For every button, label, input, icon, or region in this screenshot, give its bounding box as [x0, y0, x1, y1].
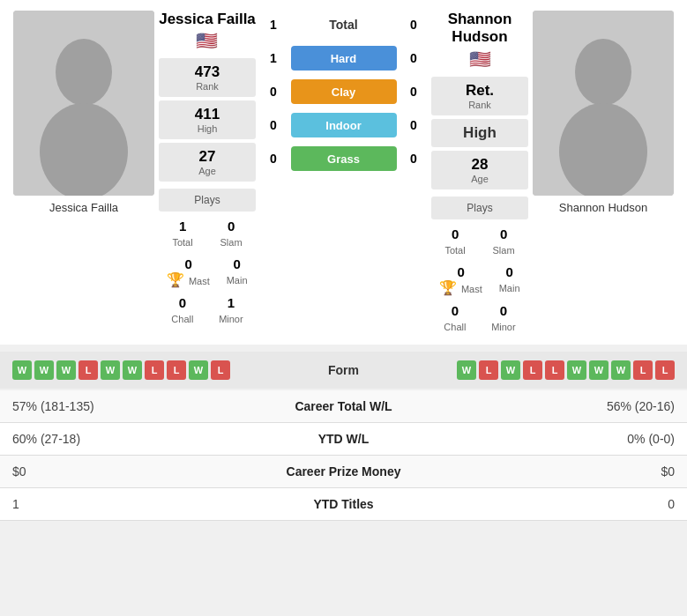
- form-badge-left: L: [211, 360, 230, 380]
- right-age-label: Age: [440, 174, 519, 184]
- right-age-box: 28 Age: [431, 151, 528, 189]
- form-badge-right: W: [589, 360, 609, 380]
- form-badge-left: W: [101, 360, 120, 380]
- right-total-value: 0: [444, 226, 465, 241]
- left-player-header-name: Jessica Failla: [159, 11, 256, 28]
- stat-label-1: YTD W/L: [227, 422, 460, 455]
- left-chall-stat: 0 Chall: [171, 295, 193, 326]
- right-chall-label: Chall: [444, 322, 466, 332]
- form-badge-right: W: [611, 360, 631, 380]
- right-plays-box: Plays: [431, 197, 528, 219]
- hard-score-left: 1: [265, 51, 282, 65]
- grass-row: 0 Grass 0: [265, 145, 422, 173]
- total-score-right: 0: [405, 18, 422, 32]
- svg-point-4: [575, 39, 631, 106]
- right-mast-value: 0: [439, 264, 482, 279]
- svg-point-2: [40, 103, 128, 196]
- form-badge-right: W: [457, 360, 476, 380]
- form-badge-right: W: [567, 360, 586, 380]
- right-rank-label: Rank: [440, 100, 519, 110]
- stats-row: $0 Career Prize Money $0: [0, 455, 687, 487]
- form-badge-left: W: [12, 360, 32, 380]
- left-rank-label: Rank: [168, 81, 247, 92]
- left-age-label: Age: [168, 166, 247, 176]
- right-plays-label: Plays: [440, 202, 519, 214]
- right-mast-stat: 0 🏆 Mast: [439, 264, 482, 296]
- left-main-label: Main: [227, 275, 248, 286]
- stat-left-1: 60% (27-18): [0, 422, 227, 455]
- indoor-score-right: 0: [405, 118, 422, 132]
- left-high-box: 411 High: [159, 100, 256, 139]
- left-total-stat: 1 Total: [172, 219, 192, 249]
- left-minor-stat: 1 Minor: [219, 295, 243, 326]
- hard-row: 1 Hard 0: [265, 44, 422, 72]
- left-trophy-icon: 🏆: [167, 272, 184, 287]
- left-stats-col: Jessica Failla 🇺🇸 473 Rank 411 High 27 A…: [159, 11, 256, 326]
- left-slam-label: Slam: [220, 237, 243, 248]
- top-section: Jessica Failla Jessica Failla 🇺🇸 473 Ran…: [0, 0, 687, 345]
- grass-score-right: 0: [405, 152, 422, 166]
- left-total-label: Total: [172, 237, 192, 248]
- right-high-value: High: [440, 124, 519, 142]
- right-main-stat: 0 Main: [499, 264, 520, 296]
- stat-label-2: Career Prize Money: [227, 455, 460, 487]
- stat-right-2: $0: [460, 455, 687, 487]
- left-inline-stats-1: 1 Total 0 Slam: [159, 219, 256, 249]
- right-high-box: High: [431, 119, 528, 147]
- clay-label: Clay: [291, 79, 397, 104]
- left-rank-box: 473 Rank: [159, 58, 256, 97]
- form-label: Form: [328, 363, 359, 377]
- left-mast-stat: 0 🏆 Mast: [167, 256, 209, 288]
- form-badge-left: W: [56, 360, 76, 380]
- right-flag: 🇺🇸: [431, 48, 528, 70]
- stat-left-0: 57% (181-135): [0, 390, 227, 423]
- courts-col: 1 Total 0 1 Hard 0 0 Clay 0 0 Indoor 0: [256, 11, 431, 173]
- form-badge-right: L: [479, 360, 498, 380]
- left-high-label: High: [168, 123, 247, 134]
- stat-right-0: 56% (20-16): [460, 390, 687, 423]
- form-section: WWWLWWLLWL Form WLWLLWWWLL: [0, 352, 687, 389]
- right-slam-label: Slam: [493, 245, 515, 256]
- grass-label: Grass: [291, 146, 397, 171]
- right-total-label: Total: [444, 245, 465, 256]
- left-inline-stats-2: 0 🏆 Mast 0 Main: [159, 256, 256, 288]
- indoor-score-left: 0: [265, 118, 282, 132]
- main-container: Jessica Failla Jessica Failla 🇺🇸 473 Ran…: [0, 0, 687, 521]
- right-player-col: Shannon Hudson: [528, 11, 678, 214]
- right-stats-col: Shannon Hudson 🇺🇸 Ret. Rank High 28 Age …: [431, 11, 528, 334]
- left-age-value: 27: [168, 148, 247, 166]
- svg-point-5: [559, 103, 647, 196]
- left-player-photo: [13, 11, 154, 196]
- svg-point-1: [56, 39, 112, 106]
- form-badge-right: W: [501, 360, 520, 380]
- left-slam-stat: 0 Slam: [220, 219, 243, 249]
- clay-score-left: 0: [265, 85, 282, 99]
- left-inline-stats-3: 0 Chall 1 Minor: [159, 295, 256, 326]
- right-age-value: 28: [440, 156, 519, 174]
- right-inline-stats-2: 0 🏆 Mast 0 Main: [431, 264, 528, 296]
- right-inline-stats-1: 0 Total 0 Slam: [431, 226, 528, 257]
- left-mast-value: 0: [167, 256, 209, 271]
- stats-row: 1 YTD Titles 0: [0, 487, 687, 520]
- total-row: 1 Total 0: [265, 11, 422, 39]
- right-minor-value: 0: [491, 303, 516, 318]
- stat-left-2: $0: [0, 455, 227, 487]
- left-main-value: 0: [227, 256, 248, 271]
- right-inline-stats-3: 0 Chall 0 Minor: [431, 303, 528, 334]
- left-total-value: 1: [172, 219, 192, 234]
- left-plays-box: Plays: [159, 189, 256, 212]
- right-mast-label: Mast: [461, 284, 482, 294]
- clay-row: 0 Clay 0: [265, 78, 422, 106]
- stats-row: 60% (27-18) YTD W/L 0% (0-0): [0, 422, 687, 455]
- right-main-label: Main: [499, 283, 520, 293]
- right-player-header-name: Shannon Hudson: [431, 11, 528, 47]
- left-flag: 🇺🇸: [159, 30, 256, 51]
- left-mast-label: Mast: [189, 276, 210, 286]
- left-chall-label: Chall: [171, 314, 193, 324]
- total-label: Total: [291, 12, 397, 37]
- left-plays-label: Plays: [168, 194, 247, 206]
- stat-label-3: YTD Titles: [227, 487, 460, 520]
- total-score-left: 1: [265, 18, 282, 32]
- form-badge-right: L: [545, 360, 564, 380]
- right-rank-box: Ret. Rank: [431, 77, 528, 115]
